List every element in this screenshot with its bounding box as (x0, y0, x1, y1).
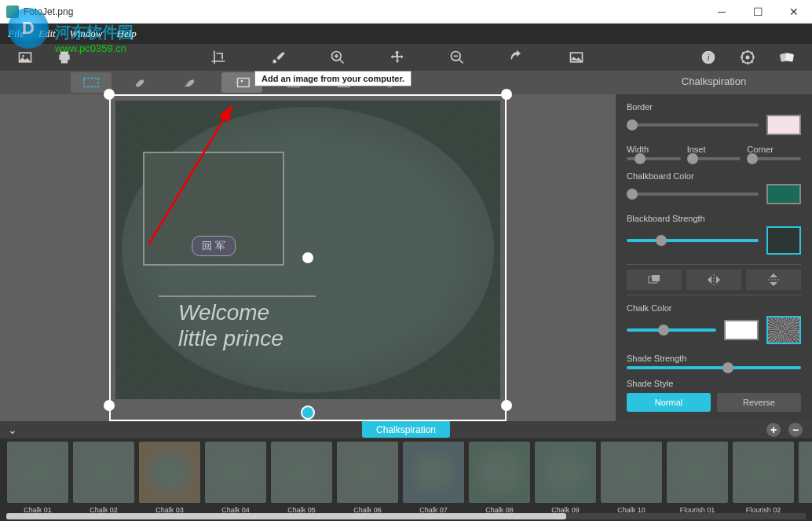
add-preset-button[interactable]: + (766, 423, 781, 437)
window-title: FotoJet.png (24, 6, 73, 17)
brush-button[interactable] (261, 46, 295, 69)
svg-text:i: i (708, 52, 710, 62)
chalk-texture-swatch[interactable] (766, 316, 801, 344)
svg-point-1 (22, 55, 24, 57)
remove-preset-button[interactable]: − (788, 423, 803, 437)
flip-h-button[interactable] (686, 270, 741, 290)
chalk-color-slider[interactable] (627, 328, 716, 332)
border-color-swatch[interactable] (766, 115, 801, 135)
move-button[interactable] (380, 46, 415, 69)
menu-window[interactable]: Window (70, 28, 103, 40)
preset-thumb[interactable]: Flourish 02 (732, 442, 795, 521)
handle-tl[interactable] (104, 89, 115, 100)
shade-reverse-button[interactable]: Reverse (717, 393, 801, 412)
app-icon (6, 6, 19, 18)
layer-back-button[interactable] (627, 270, 682, 290)
main-toolbar: i (0, 44, 812, 71)
preset-thumbnails: Chalk 01Chalk 02Chalk 03Chalk 04Chalk 05… (0, 438, 812, 521)
info-button[interactable]: i (691, 46, 726, 69)
zoom-out-button[interactable] (440, 46, 474, 69)
chalkboard-color-swatch[interactable] (766, 184, 801, 204)
preset-thumb[interactable]: Chalk 07 (402, 442, 465, 521)
close-button[interactable]: ✕ (776, 0, 812, 24)
tooltip: Add an image from your computer. (254, 71, 411, 86)
preset-thumb[interactable]: Chalk 06 (336, 442, 399, 521)
maximize-button[interactable]: ☐ (740, 0, 776, 24)
chalk-color-swatch[interactable] (724, 320, 759, 340)
dice-button[interactable] (770, 46, 804, 69)
svg-text:+: + (236, 79, 240, 86)
sub-toolbar: + +✦ +T › Add an image from your compute… (0, 71, 616, 94)
preset-thumb[interactable]: Chalk 02 (72, 442, 135, 521)
current-filter-label: Chalkspiration (362, 421, 450, 438)
menubar: File Edit Window Help (0, 24, 812, 44)
image-frame-button[interactable] (559, 46, 594, 69)
preset-thumb[interactable]: Chalk 09 (534, 442, 597, 521)
blackboard-strength-slider[interactable] (627, 239, 759, 242)
svg-rect-10 (785, 53, 795, 62)
brush-tool-2[interactable] (171, 72, 212, 93)
preset-thumb[interactable]: Chalk 01 (6, 442, 69, 521)
preset-thumb[interactable]: Chalk 08 (468, 442, 531, 521)
chalkboard-color-slider[interactable] (627, 193, 759, 196)
canvas-area[interactable]: 回 军 Welcome little prince (0, 94, 616, 421)
corner-slider[interactable] (747, 157, 801, 160)
panel-title: Chalkspiration (616, 71, 812, 94)
preset-thumb[interactable]: Flourish 0 (798, 442, 812, 521)
handle-tr[interactable] (501, 89, 512, 100)
svg-rect-23 (652, 275, 660, 281)
zoom-in-button[interactable] (320, 46, 355, 69)
inset-slider[interactable] (687, 157, 741, 160)
preset-thumb[interactable]: Flourish 01 (666, 442, 729, 521)
svg-rect-11 (84, 79, 98, 87)
artwork-image[interactable]: 回 军 Welcome little prince (115, 101, 500, 399)
menu-help[interactable]: Help (117, 28, 137, 40)
preset-thumb[interactable]: Chalk 05 (270, 442, 333, 521)
filter-bar: ⌄ Chalkspiration + − (0, 421, 812, 438)
border-label: Border (627, 102, 801, 112)
blackboard-texture-swatch[interactable] (766, 226, 801, 255)
menu-edit[interactable]: Edit (38, 28, 56, 40)
preset-thumb[interactable]: Chalk 10 (600, 442, 663, 521)
inner-frame: 回 军 (143, 152, 284, 266)
shade-strength-slider[interactable] (627, 366, 801, 369)
shade-normal-button[interactable]: Normal (627, 393, 711, 412)
crop-button[interactable] (201, 46, 236, 69)
menu-file[interactable]: File (8, 28, 24, 40)
redo-button[interactable] (499, 46, 534, 69)
width-slider[interactable] (627, 157, 681, 160)
rotate-handle[interactable] (301, 405, 315, 420)
handle-center[interactable] (302, 252, 313, 263)
handle-bl[interactable] (104, 400, 115, 411)
settings-button[interactable] (730, 46, 765, 69)
handle-br[interactable] (501, 400, 512, 411)
collapse-thumbs-icon[interactable]: ⌄ (8, 424, 17, 436)
open-image-button[interactable] (8, 46, 42, 69)
border-slider[interactable] (627, 123, 759, 127)
minimize-button[interactable]: ─ (704, 0, 740, 24)
side-panel: Border Width Inset Corner Chalkboard Col… (616, 94, 812, 421)
print-button[interactable] (47, 46, 82, 69)
preset-thumb[interactable]: Chalk 03 (138, 442, 201, 521)
svg-point-8 (746, 56, 750, 60)
svg-point-14 (241, 80, 243, 83)
brush-tool-1[interactable] (121, 72, 162, 93)
preset-thumb[interactable]: Chalk 04 (204, 442, 267, 521)
chalk-text: Welcome little prince (178, 299, 283, 352)
flip-v-button[interactable] (746, 270, 801, 290)
thumbs-scrollbar[interactable] (6, 513, 806, 519)
titlebar: FotoJet.png ─ ☐ ✕ (0, 0, 812, 24)
